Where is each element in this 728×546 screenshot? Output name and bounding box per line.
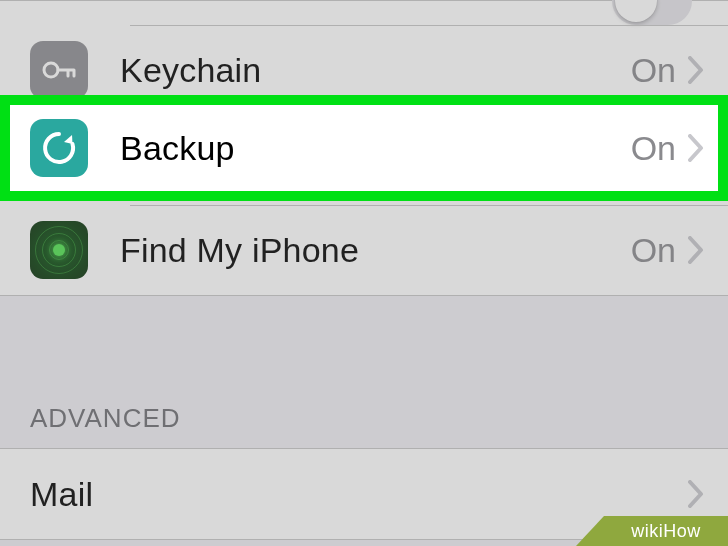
row-label: Backup xyxy=(120,129,631,168)
list-row-partial-toggle[interactable] xyxy=(0,1,728,25)
row-value: On xyxy=(631,129,676,168)
chevron-right-icon xyxy=(688,134,704,162)
row-label: Find My iPhone xyxy=(120,231,631,270)
key-icon xyxy=(30,41,88,99)
chevron-right-icon xyxy=(688,56,704,84)
svg-point-0 xyxy=(44,63,58,77)
section-gap xyxy=(0,296,728,358)
wikihow-watermark: wikiHow xyxy=(604,516,728,546)
list-row-find-my-iphone[interactable]: Find My iPhone On xyxy=(0,205,728,295)
section-header-advanced: Advanced xyxy=(0,358,728,448)
chevron-right-icon xyxy=(688,236,704,264)
row-label: Mail xyxy=(30,475,688,514)
toggle-switch-off[interactable] xyxy=(612,0,692,25)
radar-icon xyxy=(30,221,88,279)
list-row-keychain[interactable]: Keychain On xyxy=(0,25,728,115)
row-value: On xyxy=(631,51,676,90)
watermark-text: wikiHow xyxy=(604,516,728,546)
highlighted-row-backup[interactable]: Backup On xyxy=(10,105,718,191)
chevron-right-icon xyxy=(688,480,704,508)
row-label: Keychain xyxy=(120,51,631,90)
row-value: On xyxy=(631,231,676,270)
backup-restore-icon xyxy=(30,119,88,177)
